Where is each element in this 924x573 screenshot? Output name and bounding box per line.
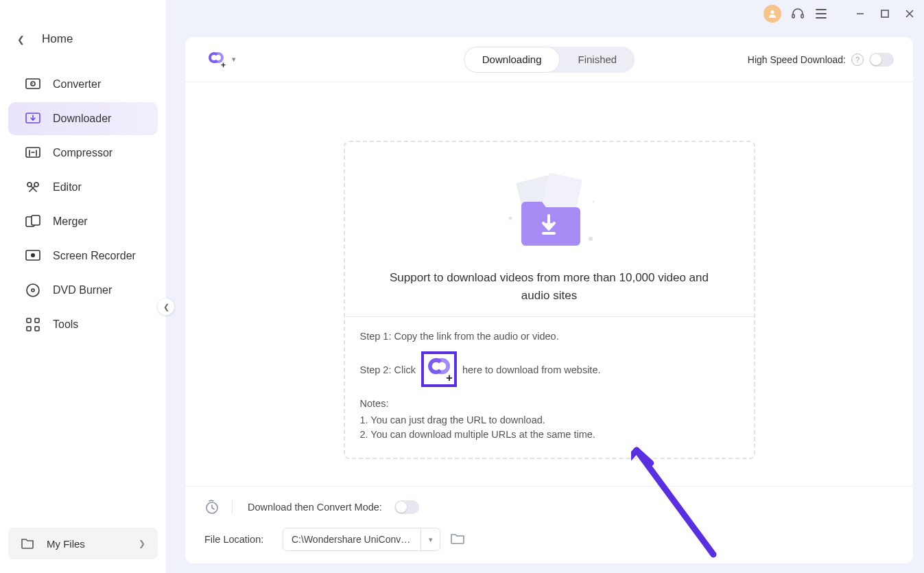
file-location-label: File Location: (204, 534, 273, 545)
step2-link-icon-box: + (421, 351, 457, 387)
screen-recorder-icon (25, 249, 43, 263)
notes-heading: Notes: (360, 397, 739, 412)
svg-point-23 (589, 237, 593, 241)
file-location-path: C:\Wondershare UniConverter 1 (283, 534, 420, 545)
sidebar-item-compressor[interactable]: Compressor (8, 137, 158, 169)
svg-point-16 (771, 10, 774, 14)
card-body: Support to download videos from more tha… (185, 82, 913, 486)
footer-row-convert: Download then Convert Mode: (204, 495, 894, 519)
chevron-right-icon: ❯ (139, 539, 145, 548)
dropzone[interactable]: Support to download videos from more tha… (344, 141, 755, 459)
high-speed-download: High Speed Download: ? (748, 53, 894, 67)
hsd-label: High Speed Download: (748, 54, 846, 65)
svg-rect-14 (27, 327, 31, 331)
dropzone-instructions: Step 1: Copy the link from the audio or … (345, 316, 754, 458)
svg-point-11 (32, 289, 34, 292)
caret-down-icon: ▾ (232, 55, 236, 64)
sidebar-nav: ❮ Home Converter Downloader Compressor (0, 0, 166, 528)
nav-label: Converter (53, 78, 101, 91)
nav-label: Tools (53, 318, 78, 331)
my-files-button[interactable]: My Files ❯ (8, 528, 158, 559)
minimize-button[interactable] (853, 6, 868, 21)
step-2: Step 2: Click + here to download from we… (360, 353, 739, 388)
tab-downloading[interactable]: Downloading (464, 47, 560, 73)
merger-icon (25, 215, 43, 229)
svg-rect-13 (35, 318, 39, 323)
compressor-icon (25, 146, 43, 160)
sidebar-item-tools[interactable]: Tools (8, 308, 158, 341)
home-label: Home (42, 32, 73, 46)
dvd-burner-icon (25, 283, 43, 297)
divider (232, 500, 233, 515)
sidebar-item-editor[interactable]: Editor (8, 171, 158, 204)
svg-rect-18 (801, 14, 803, 18)
nav-label: Screen Recorder (53, 250, 136, 262)
svg-rect-17 (792, 14, 794, 18)
nav-label: Merger (53, 215, 88, 228)
svg-rect-12 (27, 318, 31, 323)
dropzone-upper: Support to download videos from more tha… (345, 142, 754, 316)
tools-icon (25, 318, 43, 331)
nav-label: Compressor (53, 147, 112, 159)
link-plus-icon: + (206, 49, 226, 70)
user-avatar[interactable] (763, 5, 781, 23)
my-files-label: My Files (47, 538, 139, 550)
svg-text:+: + (446, 371, 452, 383)
main-area: + ▾ Downloading Finished High Speed Down… (166, 0, 924, 573)
chevron-left-icon: ❮ (17, 34, 29, 45)
convert-mode-toggle[interactable] (394, 500, 419, 514)
open-folder-button[interactable] (450, 532, 465, 547)
convert-mode-label: Download then Convert Mode: (248, 502, 382, 513)
step2-post: here to download from website. (462, 364, 601, 375)
card-header: + ▾ Downloading Finished High Speed Down… (185, 37, 913, 82)
step-1: Step 1: Copy the link from the audio or … (360, 329, 739, 344)
step2-pre: Step 2: Click (360, 364, 416, 375)
home-button[interactable]: ❮ Home (0, 24, 166, 54)
tab-finished[interactable]: Finished (560, 47, 635, 73)
svg-rect-7 (32, 215, 40, 225)
svg-rect-15 (35, 327, 39, 331)
sidebar-item-screen-recorder[interactable]: Screen Recorder (8, 239, 158, 272)
dropzone-title: Support to download videos from more tha… (366, 269, 733, 304)
downloader-icon (25, 112, 43, 126)
help-icon[interactable]: ? (851, 54, 864, 66)
note-2: 2. You can download multiple URLs at the… (360, 428, 739, 443)
dropzone-illustration (366, 163, 733, 259)
card-footer: Download then Convert Mode: File Locatio… (185, 486, 913, 563)
sidebar-item-converter[interactable]: Converter (8, 68, 158, 101)
nav-label: Editor (53, 181, 82, 194)
tab-segment: Downloading Finished (464, 47, 635, 73)
sidebar-item-downloader[interactable]: Downloader (8, 102, 158, 135)
close-button[interactable] (902, 6, 917, 21)
sidebar-item-dvd-burner[interactable]: DVD Burner (8, 274, 158, 307)
sidebar-item-merger[interactable]: Merger (8, 205, 158, 238)
nav-label: DVD Burner (53, 284, 112, 296)
footer-row-location: File Location: C:\Wondershare UniConvert… (204, 528, 894, 551)
scheduler-icon[interactable] (204, 500, 220, 515)
sidebar: ❮ Home Converter Downloader Compressor (0, 0, 166, 573)
svg-point-9 (31, 253, 35, 257)
note-1: 1. You can just drag the URL to download… (360, 413, 739, 428)
editor-icon (25, 180, 43, 194)
add-link-button[interactable]: + ▾ (206, 49, 236, 70)
maximize-button[interactable] (877, 6, 892, 21)
svg-rect-19 (881, 10, 888, 17)
nav-label: Downloader (53, 113, 111, 125)
svg-point-10 (27, 284, 39, 296)
converter-icon (25, 78, 43, 91)
file-location-select: C:\Wondershare UniConverter 1 ▾ (283, 528, 440, 551)
hsd-toggle[interactable] (869, 53, 894, 67)
title-bar (166, 0, 924, 27)
hamburger-menu-icon[interactable] (814, 7, 828, 21)
svg-text:+: + (221, 60, 226, 70)
support-headset-icon[interactable] (791, 7, 805, 21)
file-location-dropdown[interactable]: ▾ (420, 528, 440, 550)
content-card: + ▾ Downloading Finished High Speed Down… (185, 37, 913, 563)
folder-icon (21, 537, 38, 550)
